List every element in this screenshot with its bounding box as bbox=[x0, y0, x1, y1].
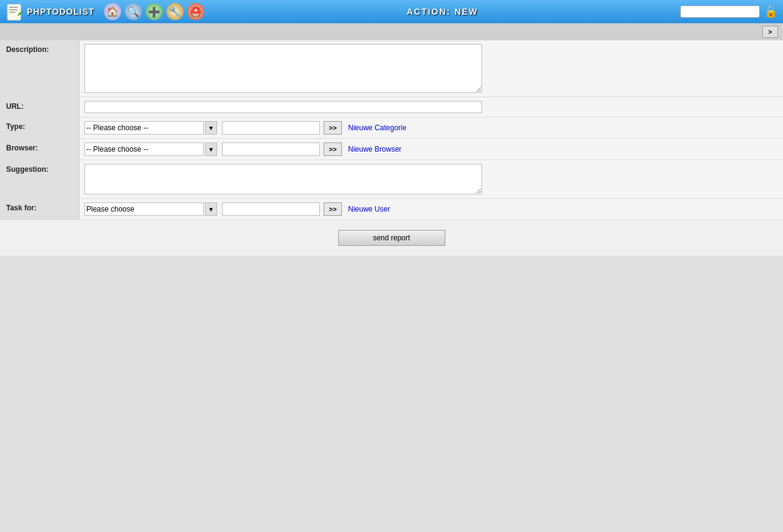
browser-dropdown[interactable]: -- Please choose -- bbox=[84, 142, 204, 156]
new-browser-link[interactable]: Nieuwe Browser bbox=[348, 145, 401, 153]
browser-dropdown-arrow[interactable]: ▼ bbox=[205, 142, 217, 156]
task-for-dropdown[interactable]: Please choose bbox=[84, 202, 204, 216]
new-category-link[interactable]: Nieuwe Categorie bbox=[348, 124, 406, 132]
browser-go-button[interactable]: >> bbox=[324, 142, 342, 156]
suggestion-field bbox=[80, 160, 783, 198]
type-label: Type: bbox=[0, 117, 80, 138]
browser-field: -- Please choose -- ▼ >> Nieuwe Browser bbox=[80, 139, 783, 160]
task-for-label: Task for: bbox=[0, 199, 80, 220]
svg-rect-1 bbox=[9, 7, 18, 8]
lock-icon: 🔒 bbox=[763, 4, 778, 19]
search-input[interactable] bbox=[680, 6, 760, 18]
form-area: Description: URL: Type: -- Please choose… bbox=[0, 40, 783, 220]
logo-area: PHPTODOLIST bbox=[5, 2, 94, 21]
logo-icon bbox=[5, 2, 24, 21]
search-button[interactable]: 🔍 bbox=[125, 3, 142, 20]
task-for-select-wrapper: Please choose ▼ bbox=[84, 202, 217, 216]
description-row: Description: bbox=[0, 40, 783, 97]
browser-text-input[interactable] bbox=[222, 142, 320, 156]
type-select-wrapper: -- Please choose -- ▼ bbox=[84, 121, 217, 135]
suggestion-label: Suggestion: bbox=[0, 160, 80, 198]
description-field bbox=[80, 40, 783, 97]
browser-row: Browser: -- Please choose -- ▼ >> Nieuwe… bbox=[0, 139, 783, 160]
collapse-area: > bbox=[0, 23, 783, 40]
url-field bbox=[80, 97, 783, 117]
type-dropdown-arrow[interactable]: ▼ bbox=[205, 121, 217, 135]
new-user-link[interactable]: Nieuwe User bbox=[348, 205, 390, 213]
type-category-input[interactable] bbox=[222, 121, 320, 135]
task-for-field: Please choose ▼ >> Nieuwe User bbox=[80, 199, 783, 220]
add-button[interactable]: ➕ bbox=[146, 3, 163, 20]
svg-rect-3 bbox=[9, 12, 15, 13]
type-field: -- Please choose -- ▼ >> Nieuwe Categori… bbox=[80, 117, 783, 138]
svg-rect-2 bbox=[9, 9, 18, 10]
help-button[interactable]: ⛑️ bbox=[187, 3, 204, 20]
action-title: ACTION: NEW bbox=[208, 7, 677, 17]
browser-select-wrapper: -- Please choose -- ▼ bbox=[84, 142, 217, 156]
send-report-button[interactable]: send report bbox=[338, 230, 445, 246]
task-for-dropdown-arrow[interactable]: ▼ bbox=[205, 202, 217, 216]
task-for-row: Task for: Please choose ▼ >> Nieuwe User bbox=[0, 199, 783, 220]
home-button[interactable]: 🏠 bbox=[104, 3, 121, 20]
type-go-button[interactable]: >> bbox=[324, 121, 342, 135]
suggestion-textarea[interactable] bbox=[84, 164, 482, 194]
description-label: Description: bbox=[0, 40, 80, 97]
type-row: Type: -- Please choose -- ▼ >> Nieuwe Ca… bbox=[0, 117, 783, 139]
logo-text: PHPTODOLIST bbox=[27, 7, 94, 17]
url-label: URL: bbox=[0, 97, 80, 117]
tools-button[interactable]: 🔧 bbox=[166, 3, 184, 20]
task-for-go-button[interactable]: >> bbox=[324, 202, 342, 216]
send-area: send report bbox=[0, 220, 783, 256]
url-input[interactable] bbox=[84, 101, 482, 113]
browser-label: Browser: bbox=[0, 139, 80, 160]
url-row: URL: bbox=[0, 97, 783, 117]
description-textarea[interactable] bbox=[84, 44, 482, 93]
type-dropdown[interactable]: -- Please choose -- bbox=[84, 121, 204, 135]
task-for-text-input[interactable] bbox=[222, 202, 320, 216]
topbar: PHPTODOLIST 🏠 🔍 ➕ 🔧 ⛑️ ACTION: NEW 🔒 bbox=[0, 0, 783, 23]
collapse-button[interactable]: > bbox=[762, 26, 778, 38]
suggestion-row: Suggestion: bbox=[0, 160, 783, 199]
